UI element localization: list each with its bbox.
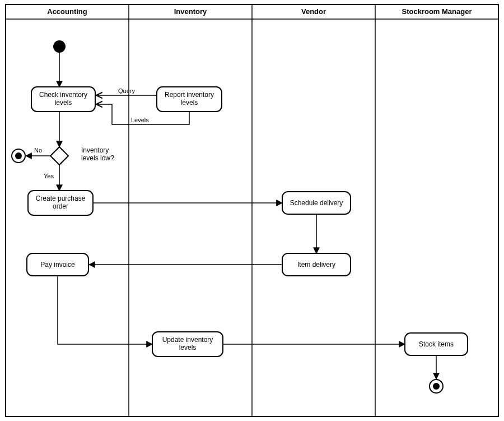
final-node-bottom bbox=[430, 380, 443, 393]
node-update-inventory-label2: levels bbox=[179, 344, 197, 351]
node-check-inventory-label1: Check inventory bbox=[39, 91, 87, 99]
svg-point-13 bbox=[433, 383, 440, 390]
edge-levels-label: Levels bbox=[131, 117, 149, 123]
edge-no-label: No bbox=[34, 147, 42, 154]
decision-label-line1: Inventory bbox=[81, 146, 109, 154]
lane-header-accounting: Accounting bbox=[47, 7, 87, 16]
node-update-inventory-label1: Update inventory bbox=[162, 336, 213, 344]
node-stock-items-label: Stock items bbox=[419, 340, 454, 348]
edge-yes-label: Yes bbox=[44, 173, 54, 179]
activity-diagram: Accounting Inventory Vendor Stockroom Ma… bbox=[0, 0, 504, 421]
node-schedule-delivery-label: Schedule delivery bbox=[290, 199, 343, 207]
node-create-po-label1: Create purchase bbox=[36, 195, 86, 202]
node-item-delivery-label: Item delivery bbox=[297, 261, 335, 269]
lane-header-vendor: Vendor bbox=[301, 7, 326, 16]
node-check-inventory-label2: levels bbox=[55, 99, 72, 107]
initial-node bbox=[53, 40, 66, 53]
lane-header-stockroom: Stockroom Manager bbox=[402, 7, 472, 16]
decision-node bbox=[50, 147, 68, 165]
svg-marker-6 bbox=[50, 147, 68, 165]
lane-header-inventory: Inventory bbox=[174, 7, 207, 16]
edge-pay-to-update bbox=[58, 276, 152, 344]
node-report-inventory-label1: Report inventory bbox=[165, 91, 214, 99]
node-report-inventory-label2: levels bbox=[181, 99, 198, 107]
edge-query-label: Query bbox=[118, 87, 135, 94]
svg-point-9 bbox=[15, 152, 22, 159]
node-create-po-label2: order bbox=[53, 202, 68, 210]
final-node-left bbox=[12, 149, 25, 163]
decision-label-line2: levels low? bbox=[81, 154, 114, 162]
node-pay-invoice-label: Pay invoice bbox=[40, 261, 75, 269]
